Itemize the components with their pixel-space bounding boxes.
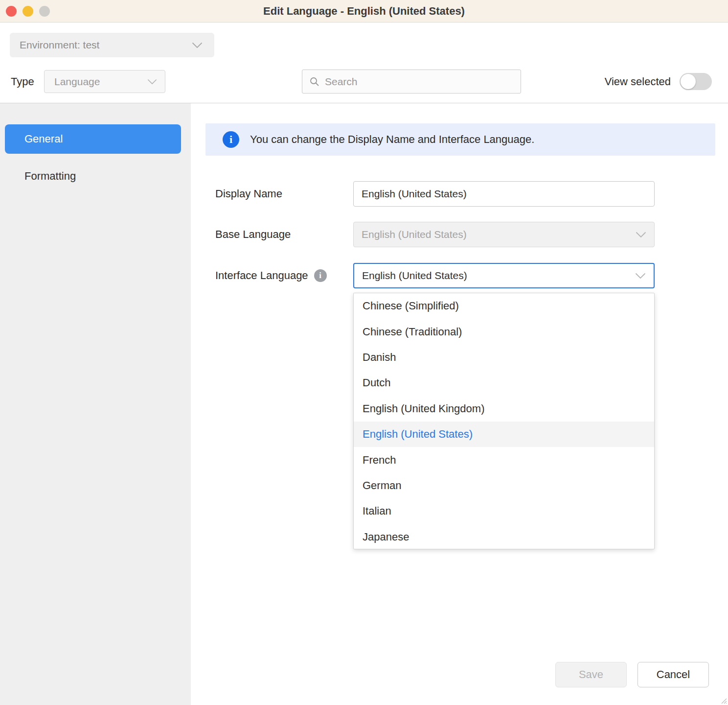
environment-select[interactable]: Environment: test — [10, 33, 214, 57]
resize-grip[interactable] — [721, 698, 727, 704]
chevron-down-icon — [147, 79, 157, 85]
interface-language-value: English (United States) — [362, 270, 635, 282]
dialog-body: General Formatting i You can change the … — [0, 103, 728, 705]
view-selected-label: View selected — [605, 75, 671, 88]
base-language-label: Base Language — [215, 222, 291, 247]
window-controls — [6, 6, 50, 17]
window-title: Edit Language - English (United States) — [0, 0, 728, 22]
dropdown-option[interactable]: Dutch — [354, 370, 654, 396]
base-language-value: English (United States) — [362, 229, 636, 240]
cancel-button[interactable]: Cancel — [637, 662, 709, 687]
dropdown-option[interactable]: German — [354, 473, 654, 498]
dropdown-option[interactable]: Danish — [354, 345, 654, 370]
sidebar: General Formatting — [0, 103, 191, 705]
interface-language-dropdown: Chinese (Simplified) Chinese (Traditiona… — [353, 293, 655, 549]
save-button[interactable]: Save — [555, 662, 627, 687]
interface-language-label: Interface Language i — [215, 263, 327, 288]
search-input[interactable] — [325, 76, 515, 88]
dropdown-option[interactable]: English (United States) — [354, 422, 654, 447]
sidebar-item-formatting[interactable]: Formatting — [5, 162, 181, 191]
chevron-down-icon — [635, 273, 646, 279]
main-panel: i You can change the Display Name and In… — [191, 103, 728, 705]
interface-language-info-icon: i — [314, 269, 327, 282]
chevron-down-icon — [636, 232, 646, 238]
info-icon: i — [223, 131, 239, 148]
view-selected-group: View selected — [605, 70, 712, 94]
dropdown-option[interactable]: French — [354, 447, 654, 472]
dropdown-option[interactable]: Chinese (Simplified) — [354, 293, 654, 319]
view-selected-toggle[interactable] — [680, 73, 712, 90]
toggle-knob — [681, 74, 696, 89]
chevron-down-icon — [192, 42, 203, 48]
dropdown-option[interactable]: Japanese — [354, 524, 654, 549]
titlebar: Edit Language - English (United States) — [0, 0, 728, 23]
display-name-input[interactable] — [353, 181, 655, 207]
toolbar: Environment: test Type Language View sel… — [0, 23, 728, 103]
info-banner: i You can change the Display Name and In… — [205, 123, 715, 156]
close-icon[interactable] — [6, 6, 17, 17]
zoom-window-icon — [39, 6, 50, 17]
sidebar-item-general[interactable]: General — [5, 124, 181, 154]
dropdown-option[interactable]: Chinese (Traditional) — [354, 319, 654, 344]
dropdown-option[interactable]: Italian — [354, 498, 654, 524]
type-select-value: Language — [54, 76, 147, 88]
type-select[interactable]: Language — [44, 70, 165, 93]
dropdown-option[interactable]: English (United Kingdom) — [354, 396, 654, 422]
type-label: Type — [11, 70, 34, 93]
environment-select-value: Environment: test — [20, 39, 192, 51]
interface-language-label-text: Interface Language — [215, 263, 308, 288]
interface-language-select[interactable]: English (United States) — [353, 263, 655, 288]
display-name-label: Display Name — [215, 181, 282, 207]
info-banner-text: You can change the Display Name and Inte… — [250, 133, 534, 146]
minimize-icon[interactable] — [23, 6, 33, 17]
search-icon — [309, 76, 320, 87]
search-box — [302, 70, 521, 94]
base-language-select: English (United States) — [353, 222, 655, 247]
